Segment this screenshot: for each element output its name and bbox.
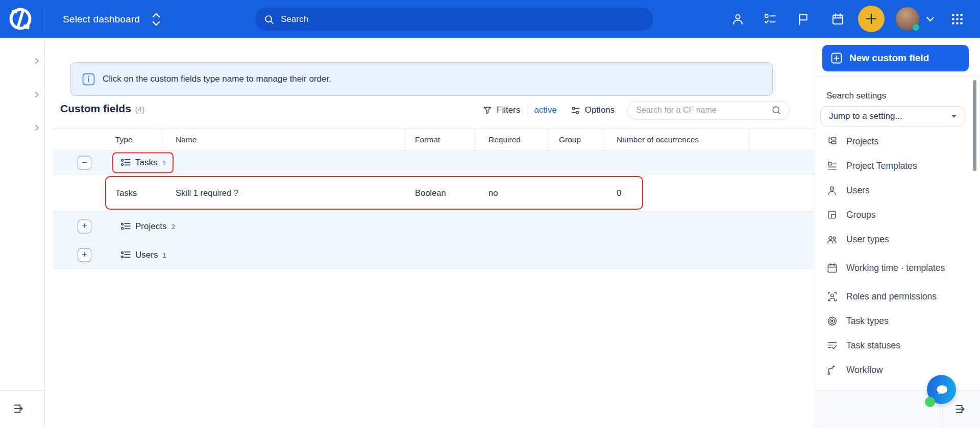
target-icon — [826, 315, 838, 327]
cf-type-list-icon — [120, 157, 132, 168]
dashboard-selector[interactable]: Select dashboard — [63, 0, 161, 38]
table-field-row[interactable]: Tasks Skill 1 required ? Boolean no 0 — [53, 174, 815, 212]
task-list-icon[interactable] — [763, 12, 777, 26]
settings-item-groups[interactable]: Groups — [815, 203, 968, 227]
column-header-occurrences: Number of occurrences — [603, 129, 749, 150]
settings-item-projects[interactable]: Projects — [815, 129, 968, 154]
table-group-row-tasks[interactable]: − Tasks 1 — [53, 151, 815, 174]
new-custom-field-label: New custom field — [849, 53, 929, 64]
jump-select-value: Jump to a setting... — [829, 111, 951, 121]
sort-chevrons-icon — [151, 11, 161, 28]
panel-divider — [815, 77, 980, 77]
cf-type-list-icon — [120, 249, 132, 261]
settings-item-label: Users — [846, 185, 870, 196]
user-icon — [826, 185, 838, 196]
expand-toggle[interactable]: + — [78, 219, 91, 233]
settings-item-label: Task types — [846, 316, 889, 326]
sidebar-item-dashboards[interactable] — [0, 48, 45, 73]
template-list-icon — [826, 160, 838, 172]
group-label-users[interactable]: Users 1 — [112, 244, 174, 265]
settings-item-users[interactable]: Users — [815, 178, 968, 203]
cell-format: Boolean — [405, 188, 475, 198]
settings-item-label: Task statuses — [846, 340, 900, 351]
settings-item-label: Project Templates — [846, 161, 917, 171]
collapse-toggle[interactable]: − — [78, 156, 91, 169]
funnel-icon — [482, 105, 493, 115]
plus-square-icon — [830, 52, 843, 64]
user-icon[interactable] — [731, 12, 745, 26]
status-dot — [913, 24, 919, 31]
global-search[interactable] — [255, 8, 653, 31]
chevron-down-icon[interactable] — [925, 15, 939, 29]
user-types-icon — [826, 234, 838, 245]
options-button[interactable]: Options — [570, 105, 615, 116]
dashboard-selector-label: Select dashboard — [63, 14, 140, 25]
settings-item-label: Projects — [846, 136, 878, 147]
settings-item-user-types[interactable]: User types — [815, 227, 968, 251]
roles-permissions-icon — [826, 291, 838, 303]
flag-icon[interactable] — [796, 12, 810, 26]
toolbar-divider — [527, 105, 527, 116]
page-count: (4) — [135, 105, 144, 114]
settings-item-task-statuses[interactable]: Task statuses — [815, 333, 968, 358]
new-custom-field-button[interactable]: New custom field — [822, 45, 969, 71]
settings-item-task-types[interactable]: Task types — [815, 309, 968, 333]
expand-sidebar-icon[interactable] — [12, 401, 27, 416]
apps-grid-icon[interactable] — [950, 12, 964, 26]
table-group-row-users[interactable]: + Users 1 — [53, 241, 815, 269]
caret-down-icon — [951, 115, 957, 118]
jump-to-setting-select[interactable]: Jump to a setting... — [820, 106, 964, 127]
create-new-button[interactable] — [858, 6, 885, 32]
table-group-row-projects[interactable]: + Projects 2 — [53, 212, 815, 241]
cell-name: Skill 1 required ? — [162, 188, 405, 198]
sidebar-item-tasks[interactable] — [0, 115, 45, 140]
chevron-right-icon — [34, 58, 40, 64]
cf-search[interactable] — [627, 101, 790, 120]
sliders-icon — [570, 105, 581, 116]
list-check-icon — [826, 340, 838, 351]
app-window: Select dashboard — [0, 0, 980, 428]
cell-required: no — [475, 188, 548, 198]
chevron-right-icon — [34, 124, 40, 131]
workflow-icon — [826, 364, 838, 376]
active-filter-link[interactable]: active — [534, 105, 556, 115]
sidebar-item-projects[interactable] — [0, 82, 45, 107]
settings-nav: Projects Project Templates Users — [815, 129, 968, 382]
page-title: Custom fields — [60, 103, 131, 115]
group-label-projects[interactable]: Projects 2 — [112, 216, 183, 237]
column-header-required: Required — [475, 129, 548, 150]
cf-search-input[interactable] — [636, 106, 771, 115]
group-label-tasks[interactable]: Tasks 1 — [112, 152, 174, 173]
column-header-actions — [749, 129, 815, 150]
settings-item-roles-permissions[interactable]: Roles and permissions — [815, 284, 968, 309]
settings-item-working-time-templates[interactable]: Working time - templates — [815, 251, 968, 284]
search-settings-label: Search settings — [826, 91, 886, 101]
cell-type: Tasks — [53, 188, 162, 198]
options-label: Options — [585, 105, 615, 115]
group-name: Tasks — [135, 158, 157, 168]
settings-item-project-templates[interactable]: Project Templates — [815, 154, 968, 178]
column-header-type: Type — [53, 129, 162, 150]
top-bar: Select dashboard — [0, 0, 980, 38]
panel-scrollbar[interactable] — [973, 80, 976, 171]
expand-toggle[interactable]: + — [78, 248, 91, 262]
search-icon — [263, 14, 275, 25]
calendar-icon[interactable] — [831, 12, 845, 26]
table-header-row: Type Name Format Required Group Number o… — [53, 129, 815, 151]
app-logo-icon[interactable] — [9, 7, 32, 31]
settings-item-label: Groups — [846, 210, 875, 220]
filters-label: Filters — [497, 105, 520, 115]
custom-fields-table: Type Name Format Required Group Number o… — [53, 129, 815, 269]
info-banner: Click on the custom fields type name to … — [70, 62, 773, 96]
column-header-format: Format — [405, 129, 475, 150]
group-count: 1 — [162, 251, 166, 259]
global-search-input[interactable] — [281, 14, 645, 24]
page-header: Custom fields (4) — [60, 103, 144, 115]
cf-type-list-icon — [120, 220, 132, 232]
filters-button[interactable]: Filters — [482, 105, 520, 115]
column-header-group: Group — [548, 129, 603, 150]
collapse-panel-icon[interactable] — [954, 402, 968, 416]
left-sidebar — [0, 38, 45, 428]
chat-bubble-icon — [934, 382, 950, 398]
sidebar-item-collapse-group[interactable] — [0, 154, 45, 178]
